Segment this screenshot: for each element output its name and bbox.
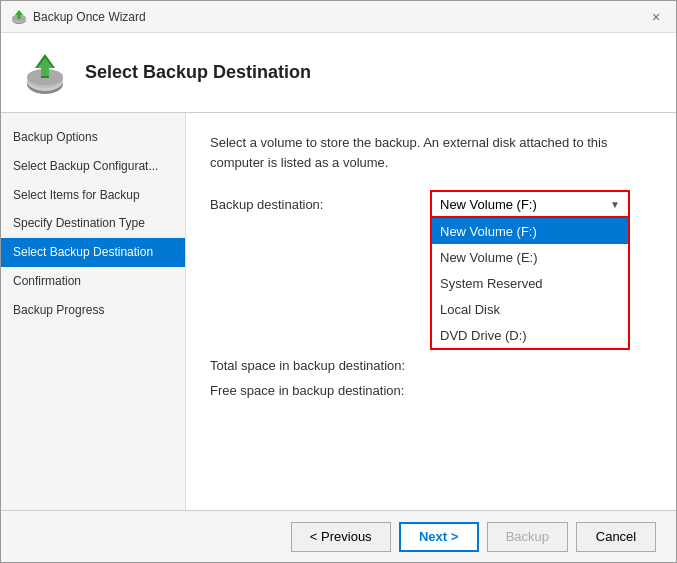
next-button[interactable]: Next > <box>399 522 479 552</box>
wizard-window: Backup Once Wizard × Select Backup Desti… <box>0 0 677 563</box>
backup-button[interactable]: Backup <box>487 522 568 552</box>
dropdown-option-3[interactable]: Local Disk <box>432 296 628 322</box>
dropdown-arrow-icon: ▼ <box>610 199 620 210</box>
header-area: Select Backup Destination <box>1 33 676 113</box>
form-row-total-space: Total space in backup destination: <box>210 358 652 373</box>
sidebar: Backup Options Select Backup Configurat.… <box>1 113 186 510</box>
main-content: Select a volume to store the backup. An … <box>186 113 676 510</box>
dropdown-option-4[interactable]: DVD Drive (D:) <box>432 322 628 348</box>
backup-destination-dropdown[interactable]: New Volume (F:) ▼ New Volume (F:) New Vo… <box>430 190 630 218</box>
body-area: Backup Options Select Backup Configurat.… <box>1 113 676 510</box>
sidebar-item-specify-dest-type[interactable]: Specify Destination Type <box>1 209 185 238</box>
dropdown-option-0[interactable]: New Volume (F:) <box>432 218 628 244</box>
description-text: Select a volume to store the backup. An … <box>210 133 652 172</box>
sidebar-item-select-backup-dest[interactable]: Select Backup Destination <box>1 238 185 267</box>
app-icon <box>11 9 27 25</box>
title-bar-title: Backup Once Wizard <box>33 10 146 24</box>
free-space-label: Free space in backup destination: <box>210 383 430 398</box>
close-button[interactable]: × <box>646 7 666 27</box>
title-bar: Backup Once Wizard × <box>1 1 676 33</box>
dropdown-option-2[interactable]: System Reserved <box>432 270 628 296</box>
dropdown-current-value: New Volume (F:) <box>440 197 537 212</box>
cancel-button[interactable]: Cancel <box>576 522 656 552</box>
header-icon <box>21 49 69 97</box>
dropdown-list: New Volume (F:) New Volume (E:) System R… <box>430 218 630 350</box>
sidebar-item-confirmation[interactable]: Confirmation <box>1 267 185 296</box>
total-space-label: Total space in backup destination: <box>210 358 430 373</box>
form-row-free-space: Free space in backup destination: <box>210 383 652 398</box>
dropdown-selected-value[interactable]: New Volume (F:) ▼ <box>430 190 630 218</box>
destination-label: Backup destination: <box>210 197 430 212</box>
header-title: Select Backup Destination <box>85 62 311 83</box>
title-bar-left: Backup Once Wizard <box>11 9 146 25</box>
sidebar-item-select-items[interactable]: Select Items for Backup <box>1 181 185 210</box>
dropdown-option-1[interactable]: New Volume (E:) <box>432 244 628 270</box>
footer: < Previous Next > Backup Cancel <box>1 510 676 562</box>
sidebar-item-select-config[interactable]: Select Backup Configurat... <box>1 152 185 181</box>
previous-button[interactable]: < Previous <box>291 522 391 552</box>
form-row-destination: Backup destination: New Volume (F:) ▼ Ne… <box>210 190 652 218</box>
sidebar-item-backup-progress[interactable]: Backup Progress <box>1 296 185 325</box>
sidebar-item-backup-options[interactable]: Backup Options <box>1 123 185 152</box>
